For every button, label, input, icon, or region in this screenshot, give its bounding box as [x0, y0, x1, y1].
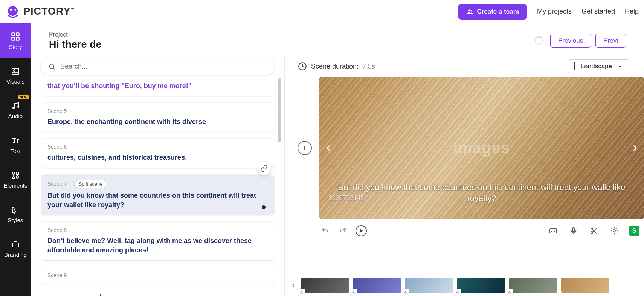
chevron-down-icon — [617, 64, 623, 69]
undo-button[interactable] — [319, 225, 331, 236]
svg-rect-21 — [550, 229, 557, 233]
logo-icon — [5, 4, 20, 19]
preview-caption: But did you know that some countries on … — [319, 182, 644, 204]
scene-number: Scene 7 — [47, 180, 67, 186]
create-team-button[interactable]: Create a team — [458, 4, 527, 20]
cursor-icon — [98, 294, 104, 296]
scene-card-9[interactable]: Scene 9 — [41, 267, 275, 284]
brand-name: PICTORY™ — [23, 6, 75, 17]
scene-card-7[interactable]: ≡ Scene 7 Split scene But did you know t… — [41, 175, 275, 215]
new-badge: NEW — [18, 95, 29, 99]
sidebar-item-elements[interactable]: Elements — [0, 162, 31, 197]
brand-logo: PICTORY™ — [5, 4, 75, 19]
timeline-thumb[interactable]: ◇ — [353, 278, 401, 293]
svg-rect-18 — [12, 243, 18, 247]
svg-point-6 — [471, 10, 472, 11]
svg-point-17 — [16, 176, 18, 178]
thumbs-prev-button[interactable]: ‹ — [289, 278, 298, 293]
svg-point-19 — [49, 64, 54, 69]
preview-button[interactable]: Previ — [595, 34, 626, 48]
transition-icon[interactable]: ◇ — [454, 289, 461, 296]
svg-point-13 — [13, 107, 14, 109]
transition-icon[interactable]: ◇ — [506, 289, 513, 296]
scrollbar[interactable] — [278, 78, 281, 142]
sidebar-item-branding[interactable]: Branding — [0, 231, 31, 266]
scene-list-pane: that you'll be shouting "Euro, buy me mo… — [31, 56, 285, 296]
scene-number: Scene 6 — [47, 144, 268, 150]
next-frame-button[interactable] — [628, 138, 641, 158]
search-icon — [48, 63, 56, 70]
settings-button[interactable] — [609, 225, 620, 236]
timeline-thumb[interactable]: ◇ — [405, 278, 453, 293]
scene-card-5[interactable]: Scene 5 Europe, the enchanting continent… — [41, 103, 275, 132]
transition-icon[interactable]: ◇ — [298, 289, 305, 296]
sidebar-item-audio[interactable]: NEW Audio — [0, 93, 31, 127]
previous-button[interactable]: Previous — [550, 34, 591, 48]
aspect-dropdown[interactable]: Landscape — [568, 59, 629, 73]
visuals-icon — [11, 66, 20, 76]
sidebar-item-text[interactable]: Text — [0, 127, 31, 162]
preview-toolbar: S — [298, 219, 644, 236]
nav-help[interactable]: Help — [625, 8, 639, 15]
video-preview[interactable]: images 1330752145 But did you know that … — [319, 77, 644, 219]
branding-icon — [11, 240, 20, 249]
caption-button[interactable] — [548, 225, 559, 236]
app-header: PICTORY™ Create a team My projects Get s… — [0, 0, 644, 23]
svg-point-12 — [14, 70, 15, 71]
transition-icon[interactable]: ◇ — [402, 289, 409, 296]
main-area: that you'll be shouting "Euro, buy me mo… — [31, 56, 644, 296]
link-scene-button[interactable] — [257, 162, 271, 175]
svg-rect-7 — [12, 33, 15, 36]
redo-button[interactable] — [337, 225, 349, 236]
watermark-text: images — [453, 139, 510, 157]
search-input-wrap[interactable] — [41, 58, 275, 75]
sidebar-label-story: Story — [9, 44, 22, 50]
nav-my-projects[interactable]: My projects — [537, 8, 572, 15]
svg-point-25 — [613, 230, 615, 232]
scene-card-6[interactable]: Scene 6 cultures, cuisines, and historic… — [41, 139, 275, 168]
sidebar-item-story[interactable]: Story — [0, 23, 31, 58]
play-button[interactable] — [356, 225, 367, 236]
add-scene-button[interactable]: + — [298, 141, 312, 155]
loading-spinner-icon — [534, 36, 543, 45]
timeline-thumb[interactable]: ◇ — [301, 278, 349, 293]
sidebar-item-styles[interactable]: Styles — [0, 197, 31, 231]
project-bar: Project Hi there de Previous Previ — [31, 23, 644, 56]
sidebar-item-visuals[interactable]: Visuals — [0, 58, 31, 93]
nav-get-started[interactable]: Get started — [581, 8, 615, 15]
duration-label: Scene duration: — [311, 63, 359, 70]
svg-point-0 — [8, 6, 18, 16]
scene-card-8[interactable]: Scene 8 Don't believe me? Well, tag alon… — [41, 222, 275, 260]
sidebar-label-branding: Branding — [4, 252, 27, 258]
scene-list: that you'll be shouting "Euro, buy me mo… — [41, 80, 275, 296]
text-icon — [11, 136, 20, 145]
scene-text: Don't believe me? Well, tag along with m… — [47, 236, 268, 255]
scene-text: Europe, the enchanting continent with it… — [47, 117, 268, 127]
prev-frame-button[interactable] — [322, 138, 335, 158]
scene-number: Scene 9 — [47, 272, 268, 278]
preview-pane: Scene duration: 7.5s Landscape + images … — [285, 56, 644, 296]
cut-button[interactable] — [588, 225, 600, 236]
transition-icon[interactable]: ◇ — [350, 289, 357, 296]
mic-button[interactable] — [568, 225, 579, 236]
sidebar-label-text: Text — [10, 148, 21, 154]
timeline-thumb[interactable]: ◇ — [509, 278, 557, 293]
split-scene-button[interactable]: Split scene — [74, 180, 108, 188]
project-title-block: Project Hi there de — [49, 31, 102, 50]
elements-icon — [11, 170, 20, 180]
svg-point-23 — [591, 228, 593, 230]
timeline-thumb[interactable] — [561, 278, 609, 293]
timeline-thumb[interactable]: ◇ — [457, 278, 505, 293]
svg-point-14 — [17, 107, 18, 108]
svg-point-15 — [12, 172, 15, 174]
scene-card-partial[interactable]: that you'll be shouting "Euro, buy me mo… — [41, 80, 275, 96]
scene-text: But did you know that some countries on … — [47, 191, 268, 210]
scene-text: cultures, cuisines, and historical treas… — [47, 153, 268, 162]
audio-icon — [11, 101, 20, 111]
timeline-thumbnails: ‹ ◇ ◇ ◇ ◇ ◇ — [285, 274, 644, 296]
status-badge[interactable]: S — [629, 226, 639, 236]
story-icon — [11, 32, 20, 41]
search-input[interactable] — [60, 63, 267, 70]
svg-rect-9 — [12, 37, 15, 40]
project-title[interactable]: Hi there de — [49, 39, 102, 50]
